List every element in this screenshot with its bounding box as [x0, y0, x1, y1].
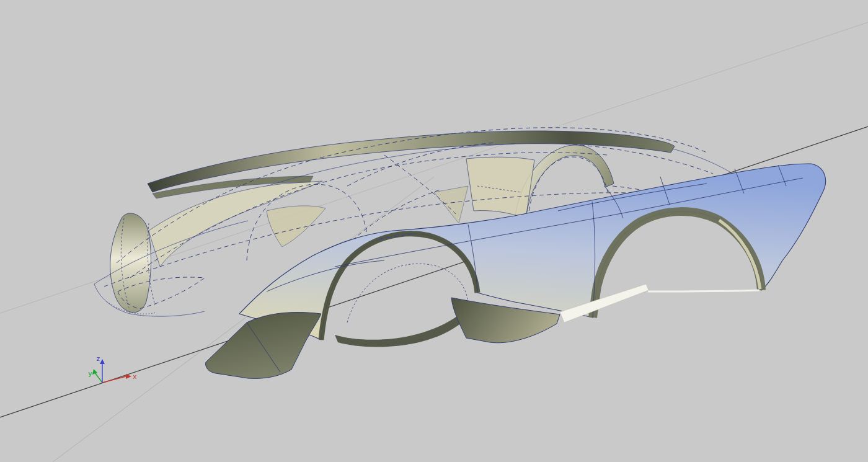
cad-viewport[interactable]: x y z: [0, 0, 868, 462]
viewport-canvas: x y z: [0, 0, 868, 462]
far-windshield-surface[interactable]: [466, 157, 534, 218]
x-axis-label: x: [133, 373, 137, 381]
y-axis-label: y: [88, 370, 92, 378]
z-axis-label: z: [96, 355, 100, 363]
